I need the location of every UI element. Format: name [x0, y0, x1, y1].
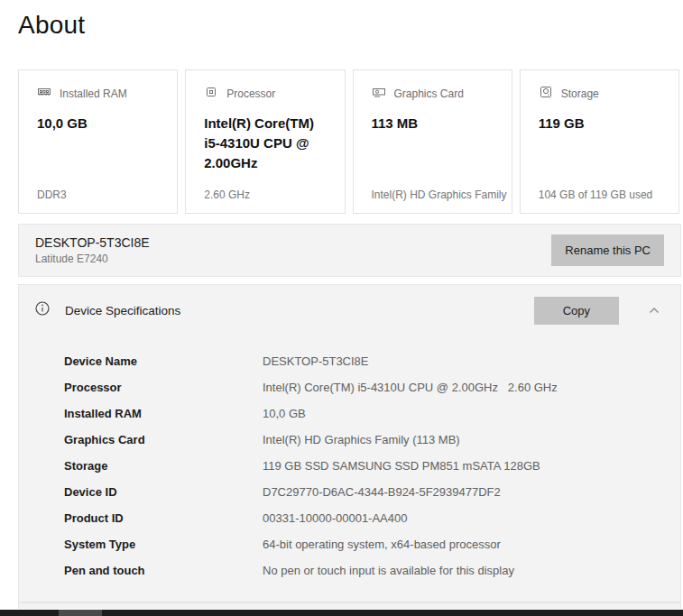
storage-icon [539, 85, 553, 102]
card-value: 119 GB [539, 114, 666, 133]
card-value: Intel(R) Core(TM) i5-4310U CPU @ 2.00GHz [204, 114, 331, 172]
gpu-icon [372, 85, 386, 102]
card-footer: Intel(R) HD Graphics Family [372, 188, 507, 201]
cpu-icon [204, 85, 218, 102]
rename-pc-button[interactable]: Rename this PC [551, 234, 664, 266]
card-footer: DDR3 [37, 188, 67, 201]
spec-row-device-id: Device ID D7C29770-D6AC-4344-B924-5F2939… [64, 479, 680, 505]
card-value: 10,0 GB [37, 114, 164, 133]
taskbar-edge [0, 610, 683, 616]
pc-model: Latitude E7240 [35, 253, 551, 265]
card-graphics: Graphics Card 113 MB Intel(R) HD Graphic… [353, 69, 512, 214]
next-section-partial [18, 602, 681, 609]
spec-row-storage: Storage 119 GB SSD SAMSUNG SSD PM851 mSA… [64, 453, 680, 479]
card-storage: Storage 119 GB 104 GB of 119 GB used [520, 69, 679, 214]
copy-button[interactable]: Copy [534, 297, 619, 325]
card-footer: 104 GB of 119 GB used [539, 188, 653, 201]
summary-cards-row: Installed RAM 10,0 GB DDR3 Processor Int… [18, 69, 679, 214]
page-title: About [18, 11, 683, 40]
spec-row-pen-and-touch: Pen and touch No pen or touch input is a… [64, 557, 680, 584]
card-label: Processor [226, 87, 275, 100]
card-label: Installed RAM [60, 87, 127, 100]
info-icon [34, 300, 51, 320]
spec-row-product-id: Product ID 00331-10000-00001-AA400 [64, 505, 680, 531]
spec-row-device-name: Device Name DESKTOP-5T3CI8E [64, 348, 680, 374]
device-specifications-header[interactable]: Device Specifications Copy [19, 285, 680, 336]
card-label: Graphics Card [394, 87, 464, 100]
chevron-up-icon[interactable] [642, 299, 666, 322]
card-processor: Processor Intel(R) Core(TM) i5-4310U CPU… [185, 69, 345, 214]
device-specifications-table: Device Name DESKTOP-5T3CI8E Processor In… [64, 348, 680, 584]
spec-row-system-type: System Type 64-bit operating system, x64… [64, 531, 680, 557]
pc-name: DESKTOP-5T3CI8E [35, 235, 551, 250]
card-footer: 2.60 GHz [204, 188, 250, 201]
device-specifications-title: Device Specifications [65, 304, 534, 317]
ram-icon [37, 85, 51, 102]
card-label: Storage [561, 87, 599, 100]
card-value: 113 MB [372, 114, 499, 133]
about-page: About Installed RAM 10,0 GB DDR3 [0, 11, 683, 609]
taskbar-edge-highlight [59, 610, 102, 616]
spec-row-installed-ram: Installed RAM 10,0 GB [64, 400, 680, 427]
spec-row-processor: Processor Intel(R) Core(TM) i5-4310U CPU… [64, 374, 680, 400]
device-specifications-panel: Device Specifications Copy Device Name D… [18, 284, 681, 602]
pc-name-panel: DESKTOP-5T3CI8E Latitude E7240 Rename th… [18, 224, 681, 277]
spec-row-graphics-card: Graphics Card Intel(R) HD Graphics Famil… [64, 427, 680, 453]
card-installed-ram: Installed RAM 10,0 GB DDR3 [18, 69, 178, 214]
